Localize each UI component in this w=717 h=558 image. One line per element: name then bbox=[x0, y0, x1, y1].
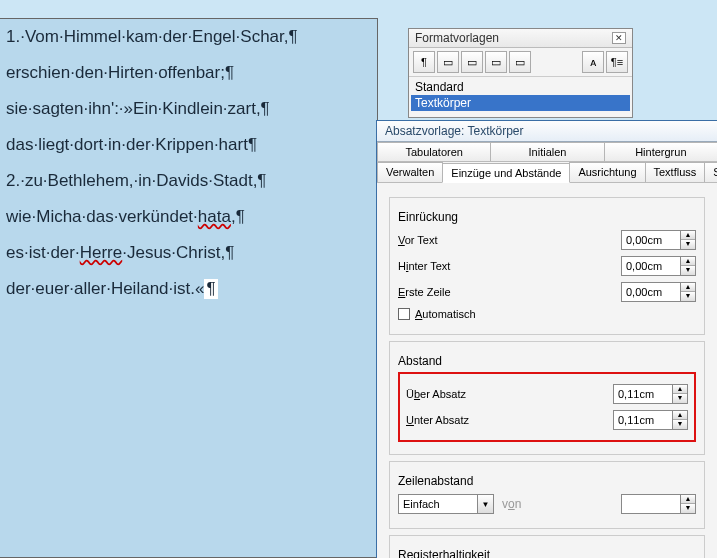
group-label-abstand: Abstand bbox=[398, 354, 696, 368]
label-unter-absatz: Unter Absatz bbox=[406, 414, 516, 426]
styles-list[interactable]: Standard Textkörper bbox=[409, 77, 632, 113]
spin-up-icon[interactable]: ▲ bbox=[681, 283, 695, 292]
label-von: von bbox=[502, 497, 521, 511]
spinner-unter-absatz[interactable]: ▲▼ bbox=[613, 410, 688, 430]
styles-panel: Formatvorlagen ✕ ¶ ▭ ▭ ▭ ▭ ᴀ ¶≡ Standard… bbox=[408, 28, 633, 118]
spinner-ueber-absatz[interactable]: ▲▼ bbox=[613, 384, 688, 404]
document-area[interactable]: 1.·Vom·Himmel·kam·der·Engel·Schar,¶ ersc… bbox=[0, 18, 378, 558]
spin-down-icon[interactable]: ▼ bbox=[681, 266, 695, 275]
label-hinter-text: Hinter Text bbox=[398, 260, 508, 272]
tab-row-bottom: Verwalten Einzüge und Abstände Ausrichtu… bbox=[377, 162, 717, 183]
spin-down-icon[interactable]: ▼ bbox=[673, 420, 687, 429]
style-item-textkoerper[interactable]: Textkörper bbox=[411, 95, 630, 111]
spin-up-icon[interactable]: ▲ bbox=[673, 385, 687, 394]
frame-styles-icon[interactable]: ▭ bbox=[461, 51, 483, 73]
dialog-body: Einrückung Vor Text ▲▼ Hinter Text ▲▼ bbox=[377, 183, 717, 558]
spin-down-icon[interactable]: ▼ bbox=[681, 292, 695, 301]
label-ueber-absatz: Über Absatz bbox=[406, 388, 516, 400]
tab-textfluss[interactable]: Textfluss bbox=[645, 162, 706, 182]
spin-down-icon[interactable]: ▼ bbox=[681, 240, 695, 249]
paragraph-styles-icon[interactable]: ¶ bbox=[413, 51, 435, 73]
combo-zeilenabstand[interactable]: ▼ bbox=[398, 494, 494, 514]
new-style-icon[interactable]: ¶≡ bbox=[606, 51, 628, 73]
text-line[interactable]: der·euer·aller·Heiland·ist.«¶ bbox=[0, 271, 377, 307]
label-erste-zeile: Erste Zeile bbox=[398, 286, 508, 298]
tab-tabulatoren[interactable]: Tabulatoren bbox=[377, 142, 491, 161]
text-line[interactable]: das·liegt·dort·in·der·Krippen·hart¶ bbox=[0, 127, 377, 163]
text-line[interactable]: wie·Micha·das·verkündet·hata,¶ bbox=[0, 199, 377, 235]
page-styles-icon[interactable]: ▭ bbox=[485, 51, 507, 73]
spin-up-icon[interactable]: ▲ bbox=[681, 231, 695, 240]
spellcheck-word[interactable]: hata bbox=[198, 207, 231, 226]
highlight-box: Über Absatz ▲▼ Unter Absatz ▲▼ bbox=[398, 372, 696, 442]
char-styles-icon[interactable]: ▭ bbox=[437, 51, 459, 73]
chevron-down-icon[interactable]: ▼ bbox=[478, 494, 494, 514]
list-styles-icon[interactable]: ▭ bbox=[509, 51, 531, 73]
tab-schrift[interactable]: Sch bbox=[704, 162, 717, 182]
text-line[interactable]: es·ist·der·Herre·Jesus·Christ,¶ bbox=[0, 235, 377, 271]
spin-down-icon: ▼ bbox=[681, 504, 695, 513]
group-label-einrueckung: Einrückung bbox=[398, 210, 696, 224]
fill-format-icon[interactable]: ᴀ bbox=[582, 51, 604, 73]
spinner-von: ▲▼ bbox=[621, 494, 696, 514]
tab-row-top: Tabulatoren Initialen Hintergrun bbox=[377, 142, 717, 162]
group-register: Registerhaltigkeit Berücksichtigen bbox=[389, 535, 705, 558]
spin-up-icon: ▲ bbox=[681, 495, 695, 504]
text-line[interactable]: erschien·den·Hirten·offenbar;¶ bbox=[0, 55, 377, 91]
text-line[interactable]: 1.·Vom·Himmel·kam·der·Engel·Schar,¶ bbox=[0, 19, 377, 55]
group-label-register: Registerhaltigkeit bbox=[398, 548, 696, 558]
paragraph-style-dialog: Absatzvorlage: Textkörper Tabulatoren In… bbox=[376, 120, 717, 558]
spinner-hinter-text[interactable]: ▲▼ bbox=[621, 256, 696, 276]
text-line[interactable]: sie·sagten·ihn':·»Ein·Kindlein·zart,¶ bbox=[0, 91, 377, 127]
spinner-vor-text[interactable]: ▲▼ bbox=[621, 230, 696, 250]
tab-verwalten[interactable]: Verwalten bbox=[377, 162, 443, 182]
group-label-zeilenabstand: Zeilenabstand bbox=[398, 474, 696, 488]
tab-initialen[interactable]: Initialen bbox=[490, 142, 604, 161]
close-icon[interactable]: ✕ bbox=[612, 32, 626, 44]
checkbox-icon[interactable] bbox=[398, 308, 410, 320]
checkbox-automatisch[interactable]: Automatisch bbox=[398, 308, 476, 320]
group-zeilenabstand: Zeilenabstand ▼ von ▲▼ bbox=[389, 461, 705, 529]
styles-toolbar: ¶ ▭ ▭ ▭ ▭ ᴀ ¶≡ bbox=[409, 48, 632, 77]
group-abstand: Abstand Über Absatz ▲▼ Unter Absatz bbox=[389, 341, 705, 455]
style-item-standard[interactable]: Standard bbox=[411, 79, 630, 95]
spin-up-icon[interactable]: ▲ bbox=[681, 257, 695, 266]
spin-up-icon[interactable]: ▲ bbox=[673, 411, 687, 420]
spin-down-icon[interactable]: ▼ bbox=[673, 394, 687, 403]
spellcheck-word[interactable]: Herre bbox=[80, 243, 123, 262]
tab-hintergrund[interactable]: Hintergrun bbox=[604, 142, 717, 161]
text-line[interactable]: 2.·zu·Bethlehem,·in·Davids·Stadt,¶ bbox=[0, 163, 377, 199]
tab-einzuege[interactable]: Einzüge und Abstände bbox=[442, 163, 570, 183]
tab-ausrichtung[interactable]: Ausrichtung bbox=[569, 162, 645, 182]
spinner-erste-zeile[interactable]: ▲▼ bbox=[621, 282, 696, 302]
dialog-title: Absatzvorlage: Textkörper bbox=[377, 121, 717, 142]
label-vor-text: Vor Text bbox=[398, 234, 508, 246]
group-einrueckung: Einrückung Vor Text ▲▼ Hinter Text ▲▼ bbox=[389, 197, 705, 335]
styles-panel-title: Formatvorlagen ✕ bbox=[409, 29, 632, 48]
